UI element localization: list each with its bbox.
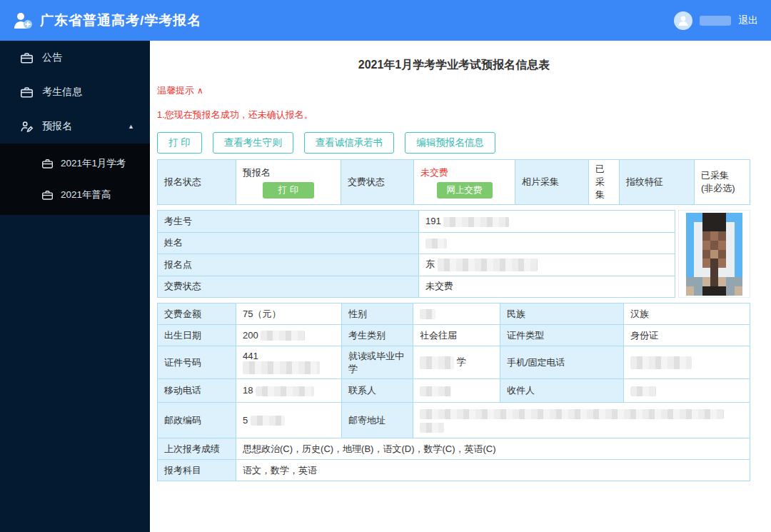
exam-no-label: 考生号	[158, 211, 419, 233]
main-content: 2021年1月学考学业考试预报名信息表 温馨提示∧ 1.您现在预报名成功，还未确…	[150, 41, 771, 532]
last-scores-value: 思想政治(C)，历史(C)，地理(B)，语文(D)，数学(C)，英语(C)	[236, 438, 750, 460]
school-label: 就读或毕业中学	[342, 346, 413, 379]
briefcase-icon	[20, 52, 34, 64]
photo-collect-value: 已采集	[589, 160, 620, 205]
reg-point-label: 报名点	[158, 254, 419, 276]
subjects-label: 报考科目	[158, 460, 236, 481]
sidebar-subitem-label: 2021年1月学考	[61, 157, 126, 170]
dob-label: 出生日期	[158, 325, 236, 346]
sidebar-subitem-2021-pugao[interactable]: 2021年普高	[0, 179, 150, 211]
briefcase-icon	[41, 159, 54, 169]
chevron-up-icon: ∧	[197, 86, 203, 96]
view-candidate-rules-button[interactable]: 查看考生守则	[213, 132, 293, 154]
contact-value	[413, 379, 500, 403]
app-title: 广东省普通高考/学考报名	[40, 11, 201, 30]
page-title: 2021年1月学考学业考试预报名信息表	[157, 58, 751, 73]
briefcase-icon	[20, 86, 34, 99]
redacted-value	[420, 409, 724, 419]
sidebar: 公告 考生信息 预报名 ▲	[0, 41, 150, 532]
person-pen-icon	[20, 121, 34, 133]
gender-value	[413, 303, 500, 325]
pay-status-cell: 未交费 网上交费	[414, 160, 515, 205]
print-button[interactable]: 打 印	[157, 132, 202, 154]
ethnic-value: 汉族	[624, 303, 750, 325]
sidebar-submenu: 2021年1月学考 2021年普高	[0, 144, 150, 215]
sidebar-item-candidate-info[interactable]: 考生信息	[0, 75, 150, 109]
pay-online-button[interactable]: 网上交费	[437, 182, 493, 199]
sidebar-item-label: 公告	[42, 51, 62, 64]
toolbar: 打 印 查看考生守则 查看诚信承若书 编辑预报名信息	[157, 132, 751, 154]
category-value: 社会往届	[413, 325, 500, 346]
notice-text: 1.您现在预报名成功，还未确认报名。	[157, 109, 751, 121]
pay-status-label: 交费状态	[341, 160, 414, 205]
sidebar-item-preregistration[interactable]: 预报名 ▲	[0, 109, 150, 144]
redacted-value	[425, 239, 447, 249]
app-logo: 广东省普通高考/学考报名	[13, 11, 201, 30]
name-value	[419, 232, 675, 254]
reg-status-label: 报名状态	[158, 160, 236, 205]
redacted-value	[438, 259, 538, 271]
reg-point-value: 东	[419, 254, 675, 276]
status-table: 报名状态 预报名 打 印 交费状态 未交费 网上交费 相片采集 已采集 指纹特征	[157, 159, 750, 205]
mobile-label: 移动电话	[158, 379, 236, 403]
candidate-photo	[678, 210, 750, 298]
redacted-value	[256, 386, 314, 396]
reg-status-cell: 预报名 打 印	[236, 160, 341, 205]
redacted-value	[420, 423, 444, 433]
tips-toggle[interactable]: 温馨提示∧	[157, 84, 751, 97]
zip-value: 5	[236, 403, 342, 438]
gender-label: 性别	[342, 303, 413, 325]
subjects-value: 语文，数学，英语	[236, 460, 750, 481]
fingerprint-value: 已采集 (非必选)	[695, 160, 750, 205]
view-integrity-pledge-button[interactable]: 查看诚信承若书	[304, 132, 395, 154]
last-scores-label: 上次报考成绩	[158, 438, 236, 460]
detail-table: 交费金额 75（元） 性别 民族 汉族 出生日期 200 考生类别 社会往届 证…	[157, 303, 750, 481]
zip-label: 邮政编码	[158, 403, 236, 438]
redacted-value	[420, 356, 454, 369]
candidate-photo-mosaic	[686, 213, 742, 296]
fee-label: 交费金额	[158, 303, 236, 325]
print-ticket-button[interactable]: 打 印	[263, 182, 314, 199]
identity-table: 考生号 191 姓名 报名点 东	[157, 210, 675, 298]
sidebar-item-announcements[interactable]: 公告	[0, 41, 150, 75]
idtype-value: 身份证	[624, 325, 750, 346]
redacted-value	[420, 309, 435, 319]
recipient-label: 收件人	[500, 379, 624, 403]
pay-status-value2: 未交费	[419, 276, 675, 298]
pay-status-value: 未交费	[420, 166, 448, 179]
logout-button[interactable]: 退出	[738, 14, 758, 27]
redacted-value	[251, 416, 285, 426]
category-label: 考生类别	[342, 325, 413, 346]
fingerprint-label: 指纹特征	[620, 160, 695, 205]
contact-label: 联系人	[342, 379, 413, 403]
tips-label: 温馨提示	[157, 85, 194, 96]
fee-value: 75（元）	[236, 303, 342, 325]
idtype-label: 证件类型	[500, 325, 624, 346]
redacted-value	[261, 331, 305, 341]
sidebar-item-label: 考生信息	[42, 86, 82, 99]
school-value: 学	[413, 346, 500, 379]
ethnic-label: 民族	[500, 303, 624, 325]
pay-status-label2: 交费状态	[158, 276, 419, 298]
sidebar-item-label: 预报名	[42, 120, 72, 133]
recipient-value	[624, 379, 750, 403]
user-avatar[interactable]	[674, 11, 692, 30]
phone-value	[624, 346, 750, 379]
exam-no-value: 191	[419, 211, 675, 233]
redacted-value	[243, 361, 320, 374]
username-redacted	[700, 16, 731, 26]
redacted-value	[420, 386, 451, 396]
idno-value: 441	[236, 346, 342, 379]
reg-status-value: 预报名	[243, 166, 271, 179]
address-value	[413, 403, 750, 438]
name-label: 姓名	[158, 232, 419, 254]
sidebar-subitem-2021-jan-xuekao[interactable]: 2021年1月学考	[0, 148, 150, 179]
briefcase-icon	[41, 190, 54, 201]
redacted-value	[630, 386, 656, 396]
chevron-up-icon[interactable]: ▲	[128, 123, 134, 130]
phone-label: 手机/固定电话	[500, 346, 624, 379]
sidebar-subitem-label: 2021年普高	[61, 189, 111, 201]
user-plus-logo-icon	[13, 11, 33, 30]
idno-label: 证件号码	[158, 346, 236, 379]
edit-preregistration-button[interactable]: 编辑预报名信息	[405, 132, 495, 154]
